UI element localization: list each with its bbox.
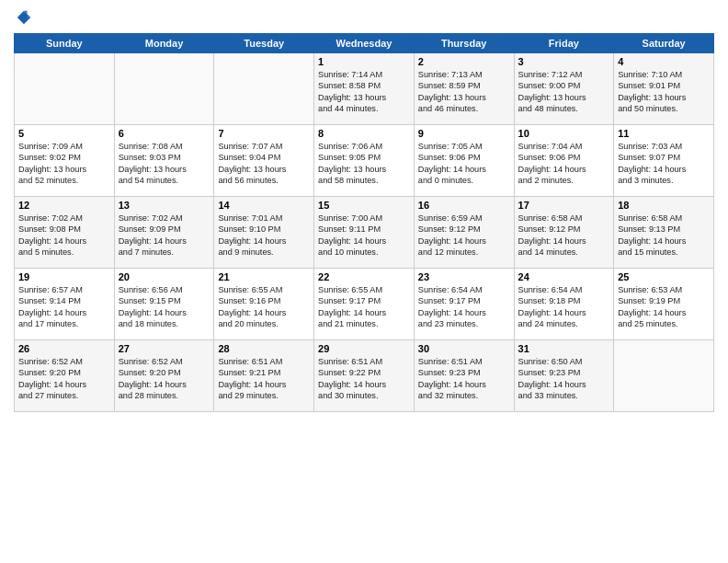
day-info: Sunrise: 6:52 AMSunset: 9:20 PMDaylight:… [119, 356, 210, 402]
calendar-cell: 1Sunrise: 7:14 AMSunset: 8:58 PMDaylight… [314, 53, 415, 125]
day-info: Sunrise: 7:07 AMSunset: 9:04 PMDaylight:… [218, 141, 310, 187]
calendar-cell: 24Sunrise: 6:54 AMSunset: 9:18 PMDayligh… [514, 269, 614, 340]
week-row-2: 12Sunrise: 7:02 AMSunset: 9:08 PMDayligh… [15, 197, 714, 269]
weekday-header-friday: Friday [514, 34, 614, 53]
week-row-4: 26Sunrise: 6:52 AMSunset: 9:20 PMDayligh… [15, 340, 714, 412]
calendar-cell: 4Sunrise: 7:10 AMSunset: 9:01 PMDaylight… [614, 53, 714, 125]
calendar-cell: 12Sunrise: 7:02 AMSunset: 9:08 PMDayligh… [15, 197, 115, 269]
day-number: 15 [318, 200, 410, 211]
weekday-header-thursday: Thursday [414, 34, 514, 53]
calendar-cell: 22Sunrise: 6:55 AMSunset: 9:17 PMDayligh… [314, 269, 415, 340]
day-number: 10 [518, 128, 610, 139]
day-number: 19 [18, 271, 110, 282]
day-number: 24 [518, 271, 610, 282]
header [14, 9, 714, 26]
day-number: 3 [518, 56, 610, 67]
day-number: 6 [119, 128, 210, 139]
calendar-cell: 17Sunrise: 6:58 AMSunset: 9:12 PMDayligh… [514, 197, 614, 269]
week-row-0: 1Sunrise: 7:14 AMSunset: 8:58 PMDaylight… [15, 53, 714, 125]
day-info: Sunrise: 6:57 AMSunset: 9:14 PMDaylight:… [18, 284, 110, 330]
day-info: Sunrise: 6:56 AMSunset: 9:15 PMDaylight:… [119, 284, 210, 330]
calendar-cell: 15Sunrise: 7:00 AMSunset: 9:11 PMDayligh… [314, 197, 415, 269]
day-info: Sunrise: 7:08 AMSunset: 9:03 PMDaylight:… [119, 141, 210, 187]
day-info: Sunrise: 6:58 AMSunset: 9:12 PMDaylight:… [518, 213, 610, 259]
calendar-cell: 11Sunrise: 7:03 AMSunset: 9:07 PMDayligh… [614, 125, 714, 197]
calendar-cell: 3Sunrise: 7:12 AMSunset: 9:00 PMDaylight… [514, 53, 614, 125]
day-info: Sunrise: 6:52 AMSunset: 9:20 PMDaylight:… [18, 356, 110, 402]
calendar-cell [214, 53, 314, 125]
calendar-cell: 10Sunrise: 7:04 AMSunset: 9:06 PMDayligh… [514, 125, 614, 197]
day-number: 31 [518, 343, 610, 354]
weekday-header-tuesday: Tuesday [214, 34, 314, 53]
day-number: 18 [618, 200, 710, 211]
day-info: Sunrise: 6:53 AMSunset: 9:19 PMDaylight:… [618, 284, 710, 330]
day-info: Sunrise: 7:14 AMSunset: 8:58 PMDaylight:… [318, 69, 410, 115]
day-info: Sunrise: 7:12 AMSunset: 9:00 PMDaylight:… [518, 69, 610, 115]
calendar-table: SundayMondayTuesdayWednesdayThursdayFrid… [14, 33, 714, 412]
day-info: Sunrise: 6:51 AMSunset: 9:21 PMDaylight:… [218, 356, 310, 402]
day-number: 17 [518, 200, 610, 211]
weekday-header-saturday: Saturday [614, 34, 714, 53]
calendar-cell [15, 53, 115, 125]
day-number: 26 [18, 343, 110, 354]
day-info: Sunrise: 7:04 AMSunset: 9:06 PMDaylight:… [518, 141, 610, 187]
day-info: Sunrise: 7:06 AMSunset: 9:05 PMDaylight:… [318, 141, 410, 187]
day-info: Sunrise: 6:50 AMSunset: 9:23 PMDaylight:… [518, 356, 610, 402]
day-number: 21 [218, 271, 310, 282]
logo-icon [16, 9, 32, 26]
day-number: 11 [618, 128, 710, 139]
calendar-cell: 13Sunrise: 7:02 AMSunset: 9:09 PMDayligh… [114, 197, 214, 269]
day-info: Sunrise: 6:59 AMSunset: 9:12 PMDaylight:… [418, 213, 510, 259]
day-number: 30 [418, 343, 510, 354]
weekday-header-sunday: Sunday [15, 34, 115, 53]
day-number: 4 [618, 56, 710, 67]
day-info: Sunrise: 6:51 AMSunset: 9:22 PMDaylight:… [318, 356, 410, 402]
weekday-header-wednesday: Wednesday [314, 34, 415, 53]
day-number: 9 [418, 128, 510, 139]
day-number: 29 [318, 343, 410, 354]
calendar-cell: 5Sunrise: 7:09 AMSunset: 9:02 PMDaylight… [15, 125, 115, 197]
calendar-cell: 26Sunrise: 6:52 AMSunset: 9:20 PMDayligh… [15, 340, 115, 412]
day-number: 25 [618, 271, 710, 282]
calendar-cell: 27Sunrise: 6:52 AMSunset: 9:20 PMDayligh… [114, 340, 214, 412]
day-number: 23 [418, 271, 510, 282]
day-number: 12 [18, 200, 110, 211]
day-number: 16 [418, 200, 510, 211]
day-info: Sunrise: 6:51 AMSunset: 9:23 PMDaylight:… [418, 356, 510, 402]
day-number: 22 [318, 271, 410, 282]
day-info: Sunrise: 6:55 AMSunset: 9:16 PMDaylight:… [218, 284, 310, 330]
day-info: Sunrise: 7:09 AMSunset: 9:02 PMDaylight:… [18, 141, 110, 187]
calendar-cell: 6Sunrise: 7:08 AMSunset: 9:03 PMDaylight… [114, 125, 214, 197]
day-info: Sunrise: 6:54 AMSunset: 9:17 PMDaylight:… [418, 284, 510, 330]
calendar-cell: 25Sunrise: 6:53 AMSunset: 9:19 PMDayligh… [614, 269, 714, 340]
calendar-cell: 16Sunrise: 6:59 AMSunset: 9:12 PMDayligh… [414, 197, 514, 269]
day-number: 7 [218, 128, 310, 139]
calendar-cell: 9Sunrise: 7:05 AMSunset: 9:06 PMDaylight… [414, 125, 514, 197]
day-number: 1 [318, 56, 410, 67]
day-number: 27 [119, 343, 210, 354]
day-info: Sunrise: 7:13 AMSunset: 8:59 PMDaylight:… [418, 69, 510, 115]
day-number: 20 [119, 271, 210, 282]
day-info: Sunrise: 7:03 AMSunset: 9:07 PMDaylight:… [618, 141, 710, 187]
day-number: 2 [418, 56, 510, 67]
calendar-cell: 20Sunrise: 6:56 AMSunset: 9:15 PMDayligh… [114, 269, 214, 340]
day-info: Sunrise: 6:58 AMSunset: 9:13 PMDaylight:… [618, 213, 710, 259]
day-number: 5 [18, 128, 110, 139]
day-info: Sunrise: 7:01 AMSunset: 9:10 PMDaylight:… [218, 213, 310, 259]
calendar-cell [114, 53, 214, 125]
day-info: Sunrise: 7:02 AMSunset: 9:08 PMDaylight:… [18, 213, 110, 259]
day-info: Sunrise: 6:55 AMSunset: 9:17 PMDaylight:… [318, 284, 410, 330]
day-info: Sunrise: 7:00 AMSunset: 9:11 PMDaylight:… [318, 213, 410, 259]
calendar-cell: 23Sunrise: 6:54 AMSunset: 9:17 PMDayligh… [414, 269, 514, 340]
day-info: Sunrise: 7:10 AMSunset: 9:01 PMDaylight:… [618, 69, 710, 115]
calendar-cell [614, 340, 714, 412]
weekday-header-row: SundayMondayTuesdayWednesdayThursdayFrid… [15, 34, 714, 53]
week-row-3: 19Sunrise: 6:57 AMSunset: 9:14 PMDayligh… [15, 269, 714, 340]
calendar-cell: 31Sunrise: 6:50 AMSunset: 9:23 PMDayligh… [514, 340, 614, 412]
day-info: Sunrise: 6:54 AMSunset: 9:18 PMDaylight:… [518, 284, 610, 330]
calendar-cell: 8Sunrise: 7:06 AMSunset: 9:05 PMDaylight… [314, 125, 415, 197]
calendar-cell: 29Sunrise: 6:51 AMSunset: 9:22 PMDayligh… [314, 340, 415, 412]
logo [14, 9, 32, 26]
calendar-cell: 21Sunrise: 6:55 AMSunset: 9:16 PMDayligh… [214, 269, 314, 340]
day-number: 28 [218, 343, 310, 354]
